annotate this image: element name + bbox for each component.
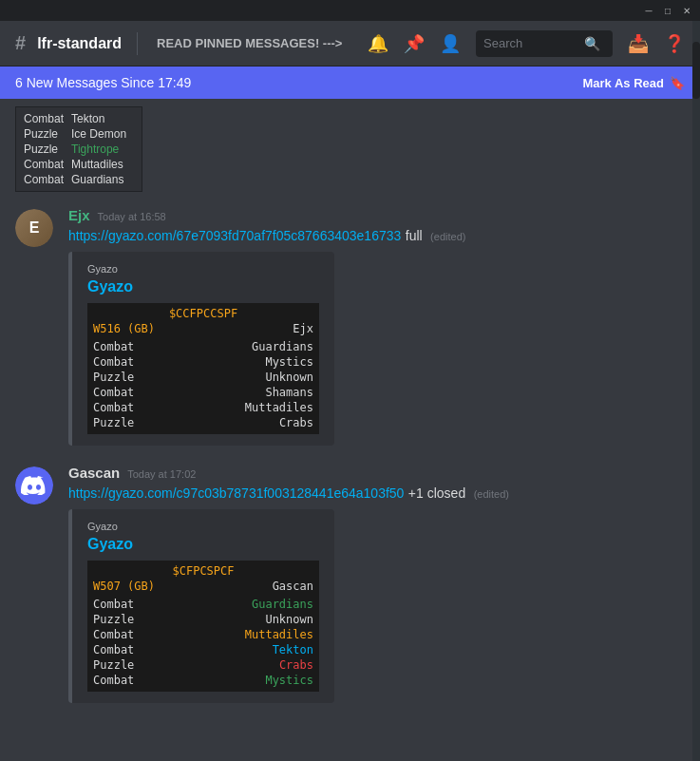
inbox-icon[interactable]: 📥 bbox=[628, 33, 649, 54]
game-row: PuzzleCrabs bbox=[93, 657, 313, 673]
message-edited-ejx: (edited) bbox=[430, 231, 465, 242]
avatar-gascan bbox=[15, 466, 53, 504]
message-group-gascan: Gascan Today at 17:02 https://gyazo.com/… bbox=[15, 465, 685, 703]
message-link-gascan[interactable]: https://gyazo.com/c97c03b78731f003128441… bbox=[68, 485, 404, 501]
new-messages-banner: 6 New Messages Since 17:49 Mark As Read … bbox=[0, 67, 700, 99]
embed-provider-ejx: Gyazo bbox=[87, 263, 319, 275]
timestamp-ejx: Today at 16:58 bbox=[98, 211, 166, 222]
scrollbar-track[interactable] bbox=[692, 21, 700, 761]
message-body-ejx: https://gyazo.com/67e7093fd70af7f05c8766… bbox=[68, 227, 685, 244]
game-row: CombatGuardians bbox=[93, 597, 313, 612]
minimize-btn[interactable]: ─ bbox=[643, 5, 654, 16]
pin-icon[interactable]: 📌 bbox=[404, 33, 425, 54]
game-table-header-ejx: $CCFPCCSPF bbox=[93, 307, 313, 320]
title-bar: ─ □ ✕ bbox=[0, 0, 700, 21]
game-table-gascan: $CFPCSPCF W507 (GB) Gascan CombatGuardia… bbox=[87, 561, 319, 692]
embed-card-ejx: Gyazo Gyazo $CCFPCCSPF W516 (GB) Ejx Com… bbox=[68, 252, 334, 446]
game-row: CombatGuardians bbox=[93, 339, 313, 354]
game-table-header-gascan: $CFPCSPCF bbox=[93, 564, 313, 578]
close-btn[interactable]: ✕ bbox=[681, 5, 692, 16]
game-row: CombatMuttadiles bbox=[93, 627, 313, 642]
game-table-ejx: $CCFPCCSPF W516 (GB) Ejx CombatGuardians… bbox=[87, 303, 319, 434]
gb-label-ejx: W516 (GB) bbox=[93, 322, 155, 335]
messages-area[interactable]: CombatTektonPuzzleIce DemonPuzzleTightro… bbox=[0, 99, 700, 761]
game-header-row-ejx: W516 (GB) Ejx bbox=[93, 322, 313, 335]
game-row: PuzzleCrabs bbox=[93, 415, 313, 430]
search-input[interactable] bbox=[483, 36, 578, 50]
embed-provider-gascan: Gyazo bbox=[87, 521, 319, 532]
message-suffix-ejx: full bbox=[406, 228, 423, 243]
game-row: CombatTekton bbox=[93, 642, 313, 657]
avatar-ejx: E bbox=[15, 209, 53, 247]
message-suffix-gascan: +1 closed bbox=[408, 485, 465, 501]
username-ejx: Ejx bbox=[68, 207, 90, 223]
username-gascan: Gascan bbox=[68, 465, 120, 481]
game-row: PuzzleUnknown bbox=[93, 370, 313, 385]
channel-header: # lfr-standard READ PINNED MESSAGES! ---… bbox=[0, 21, 700, 67]
message-group-ejx: E Ejx Today at 16:58 https://gyazo.com/6… bbox=[15, 207, 685, 446]
context-table: CombatTektonPuzzleIce DemonPuzzleTightro… bbox=[15, 106, 142, 192]
pinned-messages-btn[interactable]: READ PINNED MESSAGES! ---> bbox=[157, 36, 342, 50]
message-edited-gascan: (edited) bbox=[474, 488, 509, 500]
game-row: CombatMuttadiles bbox=[93, 400, 313, 415]
timestamp-gascan: Today at 17:02 bbox=[127, 468, 196, 480]
search-icon: 🔍 bbox=[584, 36, 600, 51]
game-row: CombatMystics bbox=[93, 354, 313, 370]
message-link-ejx[interactable]: https://gyazo.com/67e7093fd70af7f05c8766… bbox=[68, 228, 401, 243]
embed-card-gascan: Gyazo Gyazo $CFPCSPCF W507 (GB) Gascan C… bbox=[68, 509, 334, 703]
channel-hash-icon: # bbox=[15, 32, 26, 54]
message-content-gascan: Gascan Today at 17:02 https://gyazo.com/… bbox=[68, 465, 685, 703]
embed-title-ejx: Gyazo bbox=[87, 278, 319, 295]
scrollbar-thumb[interactable] bbox=[692, 42, 700, 99]
game-header-row-gascan: W507 (GB) Gascan bbox=[93, 580, 313, 593]
bell-icon[interactable]: 🔔 bbox=[368, 33, 388, 54]
help-icon[interactable]: ❓ bbox=[664, 33, 685, 54]
header-icons: 🔔 📌 👤 🔍 📥 ❓ bbox=[368, 30, 685, 57]
maximize-btn[interactable]: □ bbox=[662, 5, 673, 16]
search-bar[interactable]: 🔍 bbox=[476, 30, 613, 57]
game-row: CombatMystics bbox=[93, 673, 313, 688]
game-row: CombatShamans bbox=[93, 385, 313, 400]
avatar-discord-gascan bbox=[15, 466, 53, 504]
mark-as-read-btn[interactable]: Mark As Read 🔖 bbox=[583, 76, 686, 90]
gb-player-gascan: Gascan bbox=[273, 580, 313, 593]
message-content-ejx: Ejx Today at 16:58 https://gyazo.com/67e… bbox=[68, 207, 685, 446]
gb-label-gascan: W507 (GB) bbox=[93, 580, 155, 593]
message-header-ejx: Ejx Today at 16:58 bbox=[68, 207, 685, 223]
members-icon[interactable]: 👤 bbox=[440, 33, 461, 54]
message-body-gascan: https://gyazo.com/c97c03b78731f003128441… bbox=[68, 485, 685, 502]
new-messages-text: 6 New Messages Since 17:49 bbox=[15, 75, 191, 90]
embed-title-gascan: Gyazo bbox=[87, 536, 319, 553]
header-divider bbox=[137, 32, 138, 55]
bookmark-icon: 🔖 bbox=[670, 76, 685, 90]
message-header-gascan: Gascan Today at 17:02 bbox=[68, 465, 685, 481]
gb-player-ejx: Ejx bbox=[293, 322, 313, 335]
channel-name: lfr-standard bbox=[37, 35, 122, 52]
game-row: PuzzleUnknown bbox=[93, 612, 313, 627]
